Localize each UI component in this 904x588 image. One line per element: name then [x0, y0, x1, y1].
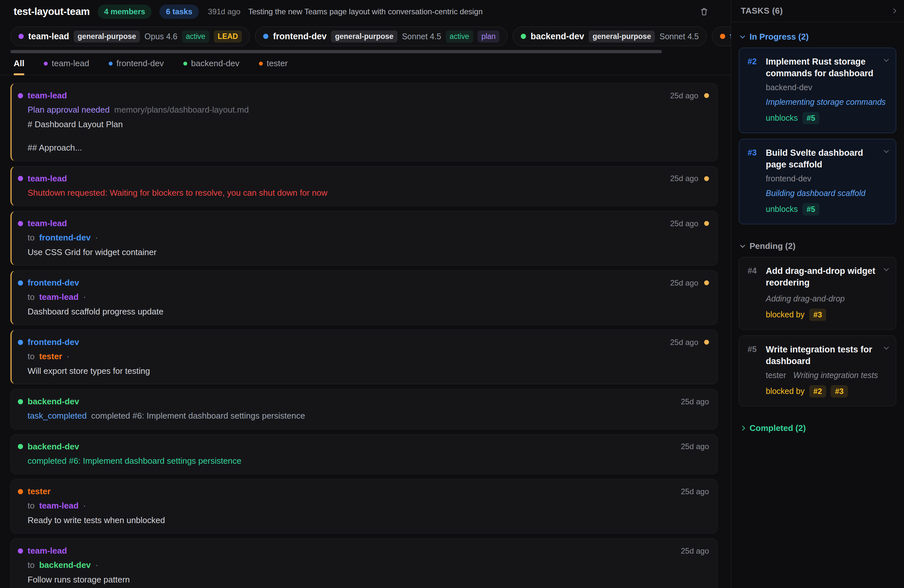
task-note: Adding drag-and-drop: [766, 294, 888, 303]
agents-scrollbar[interactable]: [10, 50, 662, 53]
message-sender: frontend-dev: [28, 337, 79, 347]
unread-indicator-dot: [704, 221, 709, 226]
agent-active-badge: active: [182, 30, 209, 43]
task-relation-row: blocked by #3: [766, 308, 888, 321]
collapse-sidebar-icon[interactable]: [891, 8, 896, 14]
task-card-3[interactable]: #3 Build Svelte dashboard page scaffold …: [739, 139, 896, 224]
task-number: #3: [748, 147, 760, 157]
task-expand-chevron-icon[interactable]: [884, 148, 889, 153]
message-line: Use CSS Grid for widget container: [28, 247, 709, 258]
agent-status-dot: [263, 34, 268, 39]
task-title: Implement Rust storage commands for dash…: [766, 56, 877, 79]
team-description: Testing the new Teams page layout with c…: [248, 7, 483, 16]
task-card-5[interactable]: #5 Write integration tests for dashboard…: [739, 335, 896, 406]
section-header-pending[interactable]: Pending (2): [741, 241, 896, 251]
task-card-2[interactable]: #2 Implement Rust storage commands for d…: [739, 48, 896, 133]
agent-dot: [18, 280, 23, 286]
task-relation-row: blocked by #2#3: [766, 385, 888, 398]
section-label: In Progress (2): [749, 32, 809, 42]
agent-status-dot: [19, 34, 24, 39]
task-assignee-row: tester Writing integration tests: [766, 371, 888, 380]
message-meta: 25d ago: [670, 91, 709, 100]
task-title: Build Svelte dashboard page scaffold: [766, 147, 877, 171]
message-card[interactable]: team-lead 25d ago Plan approval neededme…: [10, 83, 718, 161]
message-sender: team-lead: [28, 174, 67, 184]
section-header-in[interactable]: In Progress (2): [741, 32, 896, 42]
message-text-span: ·: [67, 351, 70, 362]
message-card[interactable]: team-lead 25d ago tofrontend-dev·Use CSS…: [10, 211, 718, 266]
message-header: team-lead 25d ago: [18, 90, 709, 101]
message-text-span: Will export store types for testing: [28, 366, 150, 376]
message-card[interactable]: backend-dev 25d ago task_completedcomple…: [10, 389, 718, 429]
delete-team-button[interactable]: [697, 5, 711, 19]
agent-chip-frontend-dev[interactable]: frontend-dev general-purpose Sonnet 4.5 …: [255, 27, 507, 46]
message-card[interactable]: team-lead 25d ago tobackend-dev·Follow r…: [10, 538, 718, 588]
agent-dot: [18, 444, 23, 449]
agent-dot: [18, 399, 23, 404]
message-card[interactable]: frontend-dev 25d ago toteam-lead·Dashboa…: [10, 270, 718, 325]
task-relation-label: blocked by: [766, 310, 805, 319]
message-card[interactable]: frontend-dev 25d ago totester·Will expor…: [10, 330, 718, 384]
message-timestamp: 25d ago: [670, 174, 698, 183]
related-task-badge[interactable]: #2: [809, 385, 827, 398]
task-assignee: tester: [766, 371, 786, 380]
task-number: #4: [748, 265, 760, 275]
task-relation-row: unblocks #5: [766, 203, 888, 215]
tab-tester[interactable]: tester: [259, 58, 288, 75]
related-task-badge[interactable]: #3: [809, 308, 827, 321]
task-expand-chevron-icon[interactable]: [884, 266, 889, 271]
message-timestamp: 25d ago: [681, 487, 709, 496]
message-header: frontend-dev 25d ago: [18, 337, 709, 347]
message-line: totester·: [28, 351, 709, 362]
message-line: Ready to write tests when unblocked: [28, 515, 709, 526]
tab-team-lead[interactable]: team-lead: [44, 58, 89, 75]
message-meta: 25d ago: [670, 338, 709, 347]
message-card[interactable]: backend-dev 25d ago completed #6: Implem…: [10, 434, 718, 474]
section-label: Pending (2): [749, 241, 796, 251]
task-expand-chevron-icon[interactable]: [884, 345, 889, 350]
task-number: #5: [748, 344, 760, 354]
message-header: team-lead 25d ago: [18, 546, 709, 556]
tasks-sidebar: TASKS (6) In Progress (2) #2 Implement R…: [731, 0, 904, 588]
related-task-badge[interactable]: #3: [831, 385, 848, 398]
task-note: Implementing storage commands: [766, 97, 888, 107]
agent-chip-tester[interactable]: tester Explore Ha: [712, 27, 731, 46]
tab-agent-dot: [259, 62, 263, 66]
tab-all[interactable]: All: [14, 58, 24, 75]
message-meta: 25d ago: [681, 487, 709, 496]
conversation-tabs: All team-lead frontend-dev backend-dev t…: [0, 53, 731, 75]
task-expand-chevron-icon[interactable]: [884, 57, 889, 62]
related-task-badge[interactable]: #5: [803, 203, 820, 215]
message-text-span: to: [28, 351, 35, 362]
task-top-row: #3 Build Svelte dashboard page scaffold: [748, 147, 888, 171]
agent-model: Sonnet 4.5: [659, 32, 699, 41]
related-task-badge[interactable]: #5: [803, 112, 820, 124]
message-text-span: backend-dev: [39, 560, 91, 571]
task-relation-row: unblocks #5: [766, 112, 888, 124]
message-meta: 25d ago: [670, 278, 709, 288]
agent-lead-badge: LEAD: [214, 30, 242, 43]
message-line: Will export store types for testing: [28, 366, 709, 376]
message-card[interactable]: team-lead 25d ago Shutdown requested: Wa…: [10, 166, 718, 206]
message-text-span: tester: [39, 351, 62, 362]
message-sender: backend-dev: [28, 442, 79, 452]
section-header-completed[interactable]: Completed (2): [741, 423, 896, 433]
task-note-inline: Writing integration tests: [793, 371, 878, 380]
agent-dot: [18, 221, 23, 226]
message-meta: 25d ago: [670, 219, 709, 228]
message-header: team-lead 25d ago: [18, 218, 709, 228]
agent-chip-backend-dev[interactable]: backend-dev general-purpose Sonnet 4.5: [513, 27, 707, 46]
message-list: team-lead 25d ago Plan approval neededme…: [0, 75, 731, 588]
tab-backend-dev[interactable]: backend-dev: [183, 58, 239, 75]
agent-status-dot: [521, 34, 526, 39]
message-text-span: memory/plans/dashboard-layout.md: [114, 104, 249, 115]
agent-chip-team-lead[interactable]: team-lead general-purpose Opus 4.6 activ…: [10, 27, 250, 46]
message-card[interactable]: tester 25d ago toteam-lead·Ready to writ…: [10, 479, 718, 533]
tab-frontend-dev[interactable]: frontend-dev: [109, 58, 164, 75]
team-header: test-layout-team 4 members 6 tasks 391d …: [0, 0, 731, 24]
task-top-row: #5 Write integration tests for dashboard: [748, 344, 888, 367]
agent-model: Opus 4.6: [144, 32, 177, 41]
agent-model: Sonnet 4.5: [402, 32, 441, 41]
message-sender: team-lead: [28, 218, 67, 228]
task-card-4[interactable]: #4 Add drag-and-drop widget reordering A…: [739, 257, 896, 330]
